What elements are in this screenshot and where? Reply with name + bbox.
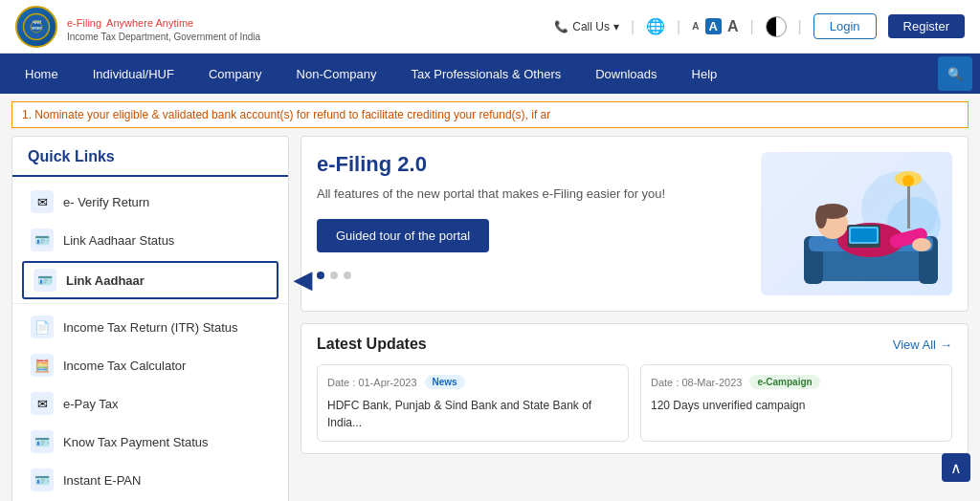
nav-item-taxpro[interactable]: Tax Professionals & Others [393,54,578,94]
logo-title-main: e-Filing [67,17,101,29]
sidebar-item-everify[interactable]: ✉ e- Verify Return [12,183,288,221]
nav-item-individual[interactable]: Individual/HUF [76,54,191,94]
chevron-up-icon: ∧ [950,459,962,477]
sidebar-item-label: e- Verify Return [63,195,149,209]
call-us-label: Call Us [572,20,610,33]
efiling-description: All features of the new portal that make… [317,185,746,204]
main-content: Quick Links ✉ e- Verify Return 🪪 Link Aa… [0,136,980,501]
efiling-illustration [761,152,952,295]
svg-point-17 [815,206,827,229]
sidebar-item-epay[interactable]: ✉ e-Pay Tax [12,384,288,423]
logo-icon: भारत सरकार [15,6,57,48]
tax-calc-icon: 🧮 [31,354,54,377]
update-meta-2: Date : 08-Mar-2023 e-Campaign [651,375,942,389]
search-icon: 🔍 [947,67,963,81]
sidebar-item-label: e-Pay Tax [63,397,119,411]
sidebar-item-label: Link Aadhaar Status [63,233,174,248]
header: भारत सरकार e-Filing Anywhere Anytime Inc… [0,0,980,54]
phone-icon: 📞 [554,20,568,33]
updates-section: Latest Updates View All → Date : 01-Apr-… [301,323,969,454]
update-text-2: 120 Days unverified campaign [651,397,942,414]
sidebar-item-label: Instant E-PAN [63,473,141,488]
sidebar-item-label: Income Tax Return (ITR) Status [63,320,238,335]
update-card-2: Date : 08-Mar-2023 e-Campaign 120 Days u… [640,364,952,442]
everify-icon: ✉ [31,190,54,213]
nav-item-help[interactable]: Help [675,54,735,94]
efiling-title: e-Filing 2.0 [317,152,746,177]
navbar: Home Individual/HUF Company Non-Company … [0,54,980,94]
link-aadhaar-icon: 🪪 [33,269,56,292]
nav-item-home[interactable]: Home [8,54,76,94]
sidebar: Quick Links ✉ e- Verify Return 🪪 Link Aa… [11,136,289,501]
call-us-button[interactable]: 📞 Call Us ▾ [554,20,619,33]
efiling-text: e-Filing 2.0 All features of the new por… [317,152,746,295]
register-button[interactable]: Register [888,14,965,38]
arrow-right-icon: → [940,338,952,352]
svg-point-22 [912,238,931,251]
globe-icon[interactable]: 🌐 [646,17,665,35]
sidebar-item-aadhaar-status[interactable]: 🪪 Link Aadhaar Status [12,221,288,259]
dot-2[interactable] [330,272,338,279]
tax-payment-icon: 🪪 [31,430,54,453]
sidebar-item-itr-status[interactable]: 📄 Income Tax Return (ITR) Status [12,308,288,346]
font-small-button[interactable]: A [692,21,699,32]
notice-bar: 1. Nominate your eligible & validated ba… [11,101,969,128]
notice-text: 1. Nominate your eligible & validated ba… [22,108,550,121]
header-right: 📞 Call Us ▾ | 🌐 | A A A | | Login Regist… [554,13,965,39]
view-all-button[interactable]: View All → [893,338,952,352]
right-content: e-Filing 2.0 All features of the new por… [301,136,969,501]
svg-point-8 [902,175,914,186]
updates-title: Latest Updates [317,336,427,353]
aadhaar-status-icon: 🪪 [31,229,54,251]
login-button[interactable]: Login [813,13,877,39]
sidebar-item-epan[interactable]: 🪪 Instant E-PAN [12,461,288,499]
sidebar-item-label: Income Tax Calculator [63,359,186,373]
update-text-1: HDFC Bank, Punjab & Sind Bank and State … [327,397,618,431]
scroll-top-button[interactable]: ∧ [942,453,970,482]
sidebar-title: Quick Links [12,148,288,177]
update-badge-2: e-Campaign [749,375,819,389]
sidebar-item-label: Link Aadhaar [66,273,145,288]
font-controls: A A A [692,18,738,35]
update-date-1: Date : 01-Apr-2023 [327,377,417,388]
sidebar-item-tax-payment[interactable]: 🪪 Know Tax Payment Status [12,423,288,461]
dot-1[interactable] [317,272,324,279]
itr-status-icon: 📄 [31,316,54,338]
chevron-down-icon: ▾ [613,20,619,33]
slide-dots [317,272,746,279]
logo-tagline: Anywhere Anytime [106,17,193,29]
svg-rect-6 [907,181,910,229]
epay-icon: ✉ [31,392,54,415]
nav-item-company[interactable]: Company [191,54,279,94]
update-meta-1: Date : 01-Apr-2023 News [327,375,618,389]
view-all-label: View All [893,338,936,352]
divider-4: | [798,18,802,35]
contrast-button[interactable] [766,16,787,37]
update-card-1: Date : 01-Apr-2023 News HDFC Bank, Punja… [317,364,629,442]
svg-rect-21 [851,229,877,242]
sidebar-item-link-aadhaar[interactable]: 🪪 Link Aadhaar ◀ [22,261,278,299]
update-date-2: Date : 08-Mar-2023 [651,377,742,388]
font-medium-button[interactable]: A [705,18,722,34]
person-illustration [766,152,947,295]
logo-subtitle: Income Tax Department, Government of Ind… [67,32,260,42]
nav-item-downloads[interactable]: Downloads [578,54,674,94]
divider-1: | [631,18,635,35]
sidebar-item-label: Know Tax Payment Status [63,435,209,449]
sidebar-divider [12,303,288,304]
sidebar-item-tax-calc[interactable]: 🧮 Income Tax Calculator [12,346,288,384]
updates-grid: Date : 01-Apr-2023 News HDFC Bank, Punja… [317,364,952,442]
site-name: e-Filing Anywhere Anytime [67,11,260,32]
font-large-button[interactable]: A [727,18,739,35]
updates-header: Latest Updates View All → [317,336,952,353]
efiling-section: e-Filing 2.0 All features of the new por… [301,136,969,312]
logo-area: भारत सरकार e-Filing Anywhere Anytime Inc… [15,6,260,48]
nav-item-noncompany[interactable]: Non-Company [279,54,394,94]
divider-2: | [677,18,680,35]
epan-icon: 🪪 [31,468,54,491]
update-badge-1: News [425,375,465,389]
arrow-indicator: ◀ [294,267,311,294]
dot-3[interactable] [344,272,351,279]
tour-button[interactable]: Guided tour of the portal [317,219,489,252]
search-button[interactable]: 🔍 [938,56,972,91]
